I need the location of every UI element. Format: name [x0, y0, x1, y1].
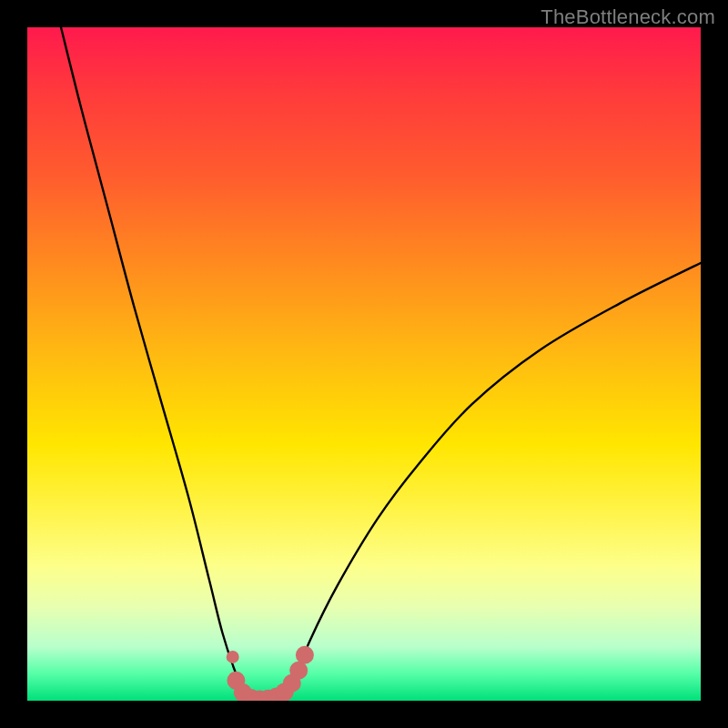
highlight-dot — [289, 662, 308, 680]
optimal-range-markers — [227, 646, 314, 701]
chart-container: TheBottleneck.com — [0, 0, 728, 728]
chart-svg — [27, 27, 701, 701]
highlight-dot — [296, 646, 314, 664]
bottleneck-curve — [61, 27, 701, 701]
plot-area — [27, 27, 701, 701]
watermark-text: TheBottleneck.com — [541, 5, 715, 29]
highlight-dot — [227, 651, 239, 663]
